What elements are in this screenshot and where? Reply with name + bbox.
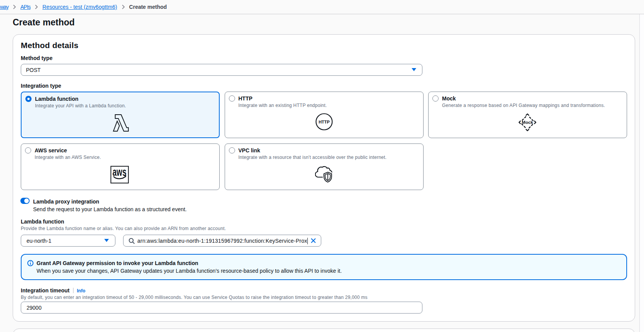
svg-text:Mock: Mock bbox=[522, 120, 533, 125]
svg-text:HTTP: HTTP bbox=[319, 120, 330, 124]
svg-text:aws: aws bbox=[113, 166, 127, 178]
